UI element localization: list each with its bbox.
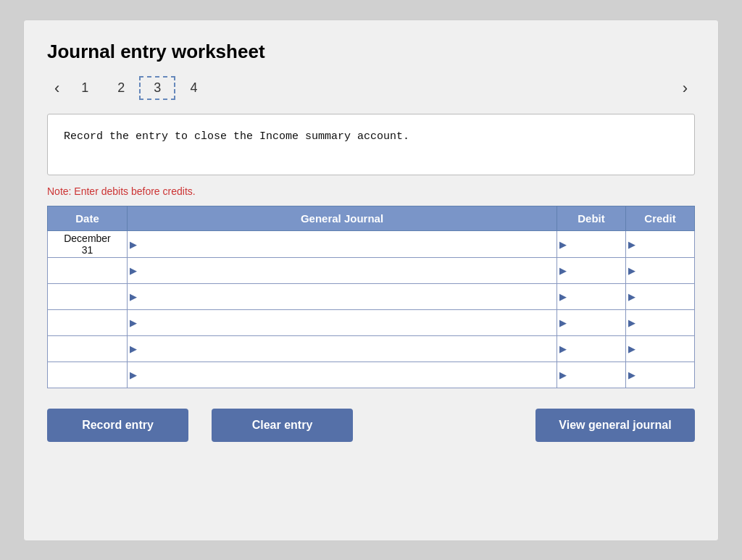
date-text-0b: 31 — [82, 244, 93, 256]
credit-input-2[interactable] — [630, 285, 680, 308]
clear-entry-button[interactable]: Clear entry — [212, 409, 353, 442]
tab-4[interactable]: 4 — [175, 78, 212, 99]
journal-input-2[interactable] — [132, 285, 542, 308]
journal-cell-3[interactable]: ▶ — [128, 309, 557, 335]
credit-cell-2[interactable]: ▶ — [626, 283, 695, 309]
tab-3[interactable]: 3 — [139, 76, 175, 100]
debit-input-1[interactable] — [562, 259, 611, 282]
debit-cell-2[interactable]: ▶ — [557, 283, 626, 309]
page-title: Journal entry worksheet — [47, 41, 695, 63]
debit-input-2[interactable] — [562, 285, 611, 308]
navigation-row: ‹ 1 2 3 4 › — [47, 76, 695, 101]
instruction-text: Record the entry to close the Income sum… — [64, 130, 409, 143]
credit-input-0[interactable] — [630, 233, 680, 256]
table-row: December 31 ▶ ▶ — [48, 230, 695, 257]
header-debit: Debit — [557, 206, 626, 230]
tab-2[interactable]: 2 — [103, 78, 139, 99]
journal-input-0[interactable] — [132, 233, 542, 256]
credit-cell-1[interactable]: ▶ — [626, 257, 695, 283]
date-cell-0: December 31 — [48, 230, 128, 257]
journal-cell-5[interactable]: ▶ — [128, 362, 557, 388]
header-credit: Credit — [626, 206, 695, 230]
record-entry-button[interactable]: Record entry — [47, 409, 188, 442]
journal-cell-0[interactable]: ▶ — [128, 230, 557, 257]
journal-cell-2[interactable]: ▶ — [128, 283, 557, 309]
journal-input-1[interactable] — [132, 259, 542, 282]
header-journal: General Journal — [128, 206, 557, 230]
table-row: ▶ ▶ ▶ — [48, 283, 695, 309]
table-row: ▶ ▶ ▶ — [48, 309, 695, 335]
debit-input-3[interactable] — [562, 311, 611, 334]
date-cell-1 — [48, 257, 128, 283]
buttons-row: Record entry Clear entry View general jo… — [47, 409, 695, 442]
debit-input-5[interactable] — [562, 363, 611, 386]
debit-cell-1[interactable]: ▶ — [557, 257, 626, 283]
tab-1[interactable]: 1 — [67, 78, 103, 99]
debit-cell-0[interactable]: ▶ — [557, 230, 626, 257]
credit-cell-4[interactable]: ▶ — [626, 335, 695, 362]
journal-input-4[interactable] — [132, 337, 542, 360]
debit-input-0[interactable] — [562, 233, 611, 256]
credit-cell-5[interactable]: ▶ — [626, 362, 695, 388]
date-cell-5 — [48, 362, 128, 388]
instruction-box: Record the entry to close the Income sum… — [47, 114, 695, 175]
date-cell-4 — [48, 335, 128, 362]
worksheet-container: Journal entry worksheet ‹ 1 2 3 4 › Reco… — [23, 20, 719, 541]
table-row: ▶ ▶ ▶ — [48, 335, 695, 362]
next-arrow[interactable]: › — [675, 76, 695, 101]
prev-arrow[interactable]: ‹ — [47, 76, 67, 101]
header-date: Date — [48, 206, 128, 230]
table-row: ▶ ▶ ▶ — [48, 362, 695, 388]
view-general-journal-button[interactable]: View general journal — [535, 409, 695, 442]
table-row: ▶ ▶ ▶ — [48, 257, 695, 283]
credit-input-1[interactable] — [630, 259, 680, 282]
journal-table: Date General Journal Debit Credit Decemb… — [47, 206, 695, 388]
credit-cell-3[interactable]: ▶ — [626, 309, 695, 335]
debit-cell-4[interactable]: ▶ — [557, 335, 626, 362]
journal-cell-4[interactable]: ▶ — [128, 335, 557, 362]
date-text-0: December — [64, 233, 111, 244]
journal-input-3[interactable] — [132, 311, 542, 334]
journal-input-5[interactable] — [132, 363, 542, 386]
credit-cell-0[interactable]: ▶ — [626, 230, 695, 257]
tab-list: 1 2 3 4 — [67, 76, 675, 100]
date-cell-2 — [48, 283, 128, 309]
debit-cell-3[interactable]: ▶ — [557, 309, 626, 335]
date-cell-3 — [48, 309, 128, 335]
journal-cell-1[interactable]: ▶ — [128, 257, 557, 283]
credit-input-3[interactable] — [630, 311, 680, 334]
credit-input-4[interactable] — [630, 337, 680, 360]
credit-input-5[interactable] — [630, 363, 680, 386]
debit-input-4[interactable] — [562, 337, 611, 360]
debit-cell-5[interactable]: ▶ — [557, 362, 626, 388]
note-text: Note: Enter debits before credits. — [47, 185, 695, 197]
